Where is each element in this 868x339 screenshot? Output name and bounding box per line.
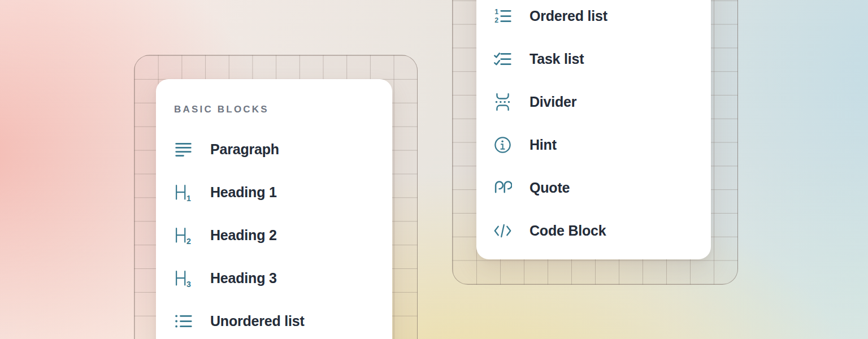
menu-item-ordered-list[interactable]: 12Ordered list	[476, 0, 711, 37]
svg-text:1: 1	[494, 7, 498, 15]
menu-item-paragraph[interactable]: Paragraph	[156, 128, 392, 171]
quote-icon	[493, 179, 512, 197]
divider-icon	[493, 93, 512, 111]
svg-text:2: 2	[186, 236, 191, 244]
menu-item-heading-1[interactable]: 1Heading 1	[156, 171, 392, 214]
menu-item-hint[interactable]: Hint	[476, 123, 711, 166]
menu-item-unordered-list[interactable]: Unordered list	[156, 299, 392, 339]
svg-text:3: 3	[186, 279, 191, 287]
menu-item-label: Quote	[530, 180, 570, 196]
menu-item-divider[interactable]: Divider	[476, 80, 711, 123]
menu-item-label: Divider	[530, 94, 576, 110]
heading-3-icon: 3	[174, 269, 193, 288]
menu-item-heading-2[interactable]: 2Heading 2	[156, 214, 392, 257]
hint-icon	[493, 136, 512, 154]
more-blocks-panel: 12Ordered listTask listDividerHintQuoteC…	[476, 0, 711, 259]
menu-item-label: Code Block	[530, 223, 606, 239]
menu-item-label: Paragraph	[210, 141, 279, 158]
svg-text:2: 2	[494, 16, 498, 24]
svg-text:1: 1	[186, 193, 191, 201]
menu-item-code-block[interactable]: Code Block	[476, 209, 711, 252]
illustration-stage: BASIC BLOCKS Paragraph1Heading 12Heading…	[0, 0, 868, 339]
heading-1-icon: 1	[174, 183, 193, 202]
menu-item-quote[interactable]: Quote	[476, 166, 711, 209]
menu-item-label: Ordered list	[530, 8, 607, 24]
menu-item-label: Task list	[530, 51, 584, 67]
ordered-list-icon: 12	[493, 7, 512, 25]
code-block-icon	[493, 221, 512, 240]
menu-item-label: Heading 3	[210, 270, 277, 286]
basic-blocks-panel: BASIC BLOCKS Paragraph1Heading 12Heading…	[156, 79, 392, 339]
menu-item-label: Heading 1	[210, 184, 277, 201]
paragraph-icon	[174, 140, 193, 159]
menu-item-label: Hint	[530, 137, 557, 153]
section-label: BASIC BLOCKS	[174, 103, 392, 115]
menu-item-label: Heading 2	[210, 227, 277, 244]
unordered-list-icon	[174, 312, 193, 331]
menu-item-task-list[interactable]: Task list	[476, 37, 711, 80]
heading-2-icon: 2	[174, 226, 193, 245]
task-list-icon	[493, 50, 512, 68]
basic-blocks-menu: Paragraph1Heading 12Heading 23Heading 3U…	[156, 128, 392, 339]
menu-item-label: Unordered list	[210, 313, 305, 329]
more-blocks-menu: 12Ordered listTask listDividerHintQuoteC…	[476, 0, 711, 252]
menu-item-heading-3[interactable]: 3Heading 3	[156, 257, 392, 299]
